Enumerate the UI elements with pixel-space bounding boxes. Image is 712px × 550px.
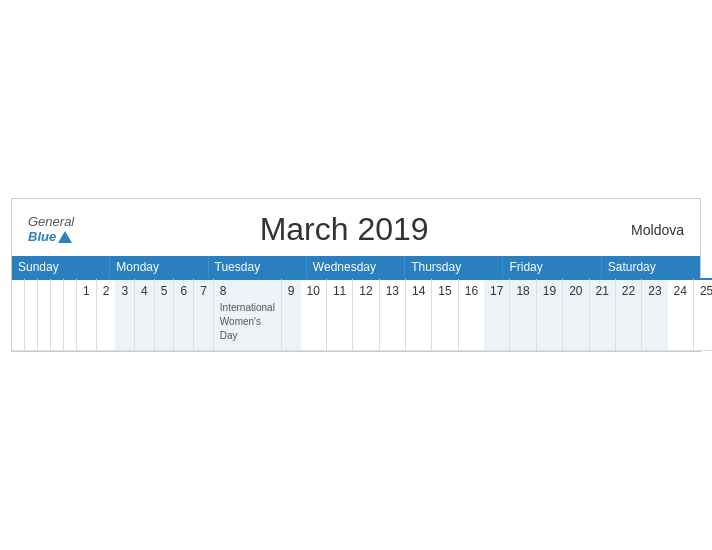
day-cell-w1-d1: [12, 278, 25, 350]
day-number: 3: [121, 284, 128, 298]
day-number: 11: [333, 284, 346, 298]
day-cell-w1-d7: 2: [97, 278, 116, 350]
day-cell-w4-d1: 17: [484, 278, 510, 350]
week-row-4: 17181920212223: [484, 278, 668, 351]
day-number: 22: [622, 284, 635, 298]
day-number: 13: [386, 284, 399, 298]
day-number: 9: [288, 284, 295, 298]
logo-general-text: General: [28, 215, 74, 229]
day-number: 12: [359, 284, 372, 298]
day-cell-w3-d1: 10: [301, 278, 327, 350]
day-cell-w4-d3: 19: [537, 278, 563, 350]
day-number: 17: [490, 284, 503, 298]
day-number: 16: [465, 284, 478, 298]
day-cell-w4-d5: 21: [590, 278, 616, 350]
day-number: 21: [596, 284, 609, 298]
week-row-5: 24252627282930: [668, 278, 712, 351]
header-sunday: Sunday: [12, 256, 110, 278]
header-thursday: Thursday: [405, 256, 503, 278]
day-cell-w2-d5: 7: [194, 278, 214, 350]
day-number: 7: [200, 284, 207, 298]
day-cell-w1-d5: [64, 278, 77, 350]
day-cell-w5-d2: 25: [694, 278, 712, 350]
day-cell-w1-d6: 1: [77, 278, 97, 350]
header-monday: Monday: [110, 256, 208, 278]
day-cell-w4-d7: 23: [642, 278, 667, 350]
day-cell-w2-d4: 6: [174, 278, 194, 350]
day-cell-w3-d7: 16: [459, 278, 484, 350]
day-number: 6: [180, 284, 187, 298]
day-number: 2: [103, 284, 110, 298]
day-number: 15: [438, 284, 451, 298]
week-row-2: 345678International Women's Day9: [115, 278, 300, 351]
day-cell-w4-d6: 22: [616, 278, 642, 350]
day-number: 18: [516, 284, 529, 298]
day-number: 5: [161, 284, 168, 298]
day-cell-w2-d6: 8International Women's Day: [214, 278, 282, 350]
day-cell-w2-d2: 4: [135, 278, 155, 350]
country-label: Moldova: [614, 222, 684, 238]
day-number: 14: [412, 284, 425, 298]
day-number: 23: [648, 284, 661, 298]
day-cell-w2-d3: 5: [155, 278, 175, 350]
calendar-grid: 12345678International Women's Day9101112…: [12, 278, 700, 351]
day-number: 4: [141, 284, 148, 298]
calendar: General Blue March 2019 Moldova Sunday M…: [11, 198, 701, 352]
calendar-header: General Blue March 2019 Moldova: [12, 199, 700, 256]
header-friday: Friday: [503, 256, 601, 278]
day-cell-w5-d1: 24: [668, 278, 694, 350]
day-cell-w4-d2: 18: [510, 278, 536, 350]
holiday-label: International Women's Day: [220, 302, 275, 341]
day-number: 20: [569, 284, 582, 298]
day-number: 8: [220, 284, 275, 298]
day-number: 10: [307, 284, 320, 298]
day-cell-w3-d2: 11: [327, 278, 353, 350]
month-title: March 2019: [74, 211, 614, 248]
day-number: 24: [674, 284, 687, 298]
week-row-1: 12: [12, 278, 115, 351]
header-saturday: Saturday: [602, 256, 700, 278]
day-headers-row: Sunday Monday Tuesday Wednesday Thursday…: [12, 256, 700, 278]
day-number: 19: [543, 284, 556, 298]
day-cell-w2-d1: 3: [115, 278, 135, 350]
header-wednesday: Wednesday: [307, 256, 405, 278]
week-row-3: 10111213141516: [301, 278, 485, 351]
day-number: 25: [700, 284, 712, 298]
day-cell-w3-d5: 14: [406, 278, 432, 350]
day-cell-w3-d6: 15: [432, 278, 458, 350]
day-cell-w1-d2: [25, 278, 38, 350]
day-cell-w3-d3: 12: [353, 278, 379, 350]
day-cell-w4-d4: 20: [563, 278, 589, 350]
logo-blue-text: Blue: [28, 230, 56, 244]
day-number: 1: [83, 284, 90, 298]
header-tuesday: Tuesday: [209, 256, 307, 278]
logo-triangle-icon: [58, 231, 72, 243]
day-cell-w3-d4: 13: [380, 278, 406, 350]
day-cell-w2-d7: 9: [282, 278, 301, 350]
day-cell-w1-d3: [38, 278, 51, 350]
day-cell-w1-d4: [51, 278, 64, 350]
logo: General Blue: [28, 215, 74, 244]
